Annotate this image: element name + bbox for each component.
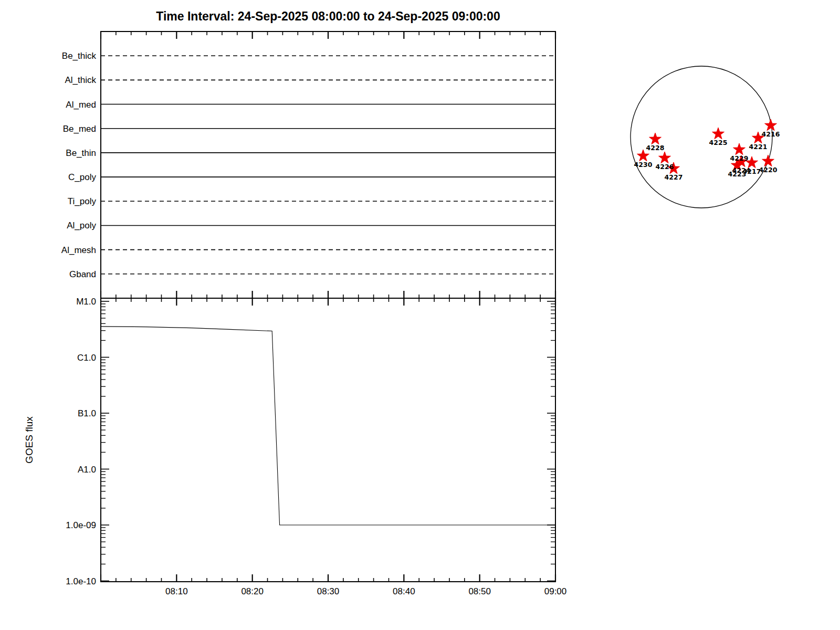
- active-region-label-4228: 4228: [646, 144, 665, 152]
- active-region-star-4220: [762, 155, 774, 166]
- goes-x-tick-label: 08:50: [468, 586, 491, 596]
- goes-y-axis-title: GOES flux: [24, 416, 35, 464]
- filter-label-Al_med: Al_med: [66, 100, 96, 110]
- plot-title: Time Interval: 24-Sep-2025 08:00:00 to 2…: [156, 9, 500, 23]
- active-region-star-4228: [649, 133, 662, 144]
- goes-y-tick-label: 1.0e-09: [66, 520, 96, 530]
- filter-label-Al_thick: Al_thick: [65, 75, 96, 85]
- goes-flux-line: [101, 327, 555, 525]
- filter-label-Al_poly: Al_poly: [67, 220, 96, 230]
- filter-label-Al_mesh: Al_mesh: [61, 245, 96, 255]
- goes-y-tick-label: 1.0e-10: [66, 576, 96, 586]
- active-region-label-4230: 4230: [634, 161, 653, 169]
- active-region-label-4229: 4229: [730, 154, 749, 162]
- xrt-panel-border: [101, 32, 555, 298]
- filter-label-Ti_poly: Ti_poly: [68, 196, 97, 206]
- active-region-star-4216: [765, 119, 777, 131]
- goes-flux-panel: M1.0C1.0B1.0A1.01.0e-091.0e-1008:1008:20…: [24, 297, 566, 596]
- goes-x-tick-label: 08:20: [241, 586, 264, 596]
- active-region-label-4220: 4220: [759, 166, 778, 174]
- active-region-star-4229: [733, 143, 746, 155]
- active-region-label-4227: 4227: [665, 173, 683, 181]
- filter-label-Gband: Gband: [69, 269, 96, 279]
- filter-label-Be_med: Be_med: [63, 124, 96, 134]
- active-region-label-4226: 4226: [656, 163, 674, 171]
- xrt-filter-panel: Be_thickAl_thickAl_medBe_medBe_thinC_pol…: [61, 32, 555, 298]
- active-region-star-4225: [712, 128, 724, 139]
- goes-y-tick-label: M1.0: [76, 297, 96, 307]
- goes-x-tick-label: 08:10: [165, 586, 188, 596]
- active-region-label-4221: 4221: [749, 143, 768, 151]
- active-region-label-4225: 4225: [709, 139, 728, 146]
- filter-label-Be_thick: Be_thick: [62, 51, 97, 61]
- active-region-label-4224: 4224: [732, 166, 751, 174]
- active-region-star-4226: [659, 152, 671, 163]
- goes-x-tick-label: 09:00: [544, 586, 567, 596]
- active-region-label-4216: 4216: [762, 130, 780, 138]
- goes-y-tick-label: A1.0: [78, 465, 96, 475]
- filter-label-Be_thin: Be_thin: [66, 148, 96, 158]
- goes-y-tick-label: C1.0: [77, 353, 96, 363]
- filter-label-C_poly: C_poly: [68, 172, 96, 182]
- plots-canvas: Time Interval: 24-Sep-2025 08:00:00 to 2…: [0, 0, 840, 630]
- figure-root: Time Interval: 24-Sep-2025 08:00:00 to 2…: [0, 0, 840, 630]
- goes-x-tick-label: 08:30: [317, 586, 340, 596]
- goes-y-tick-label: B1.0: [78, 408, 96, 418]
- goes-panel-border: [101, 298, 555, 582]
- goes-x-tick-label: 08:40: [393, 586, 415, 596]
- solar-disk-panel: 4216421742204221422342244225422642274228…: [631, 66, 780, 208]
